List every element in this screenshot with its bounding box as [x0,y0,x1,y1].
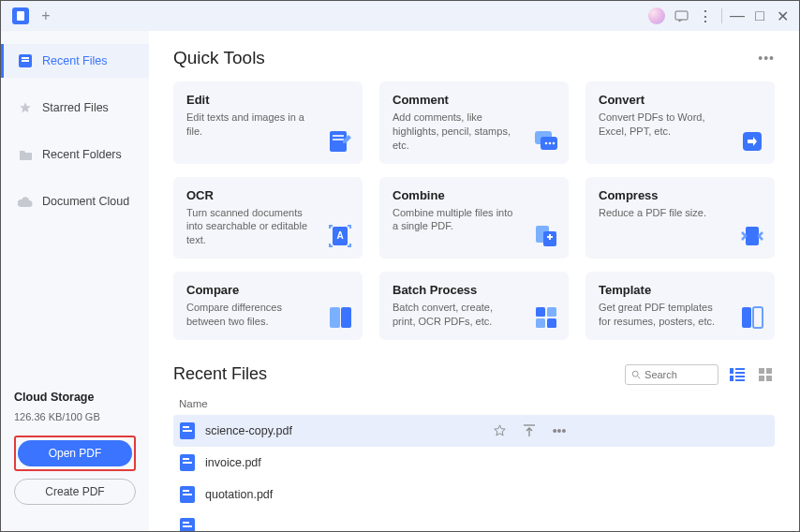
message-icon[interactable] [669,4,693,28]
tool-title: Batch Process [393,283,556,297]
svg-rect-35 [766,368,772,374]
tool-title: Edit [186,93,349,107]
compare-icon [327,304,353,331]
tool-title: Combine [393,188,556,202]
tool-template[interactable]: Template Get great PDF templates for res… [585,272,775,340]
create-pdf-button[interactable]: Create PDF [14,479,136,505]
titlebar: + ⋮ — □ ✕ [1,1,799,31]
svg-rect-2 [22,57,29,59]
tool-desc: Batch convert, create, print, OCR PDFs, … [393,301,514,329]
tool-convert[interactable]: Convert Convert PDFs to Word, Excel, PPT… [585,81,775,164]
pdf-file-icon [179,486,196,503]
tool-desc: Turn scanned documents into searchable o… [186,206,308,248]
file-more-button[interactable]: ••• [552,423,567,438]
search-icon [631,369,641,380]
grid-view-button[interactable] [756,365,775,384]
svg-rect-37 [766,376,772,381]
tool-compare[interactable]: Compare Compare differences between two … [173,272,363,340]
svg-rect-47 [183,494,192,495]
file-name: invoice.pdf [205,456,769,469]
tool-title: Compress [599,188,762,202]
tool-desc: Edit texts and images in a file. [186,111,308,139]
svg-rect-49 [183,522,189,524]
svg-rect-3 [22,60,29,62]
tool-desc: Combine multiple files into a single PDF… [393,206,514,234]
pdf-file-icon [179,454,196,471]
sidebar-item-recent-files[interactable]: Recent Files [1,44,149,78]
more-icon[interactable]: ⋮ [693,4,718,28]
file-row[interactable] [173,510,775,531]
svg-point-11 [553,141,556,144]
tools-grid: Edit Edit texts and images in a file. Co… [173,81,775,340]
app-logo-icon [12,7,29,24]
ocr-icon: A [327,223,353,249]
divider [721,8,722,23]
svg-rect-39 [183,426,189,428]
cloud-storage-title: Cloud Storage [14,391,136,404]
tool-edit[interactable]: Edit Edit texts and images in a file. [173,81,363,164]
maximize-button[interactable]: □ [748,5,771,27]
open-pdf-button[interactable]: Open PDF [18,440,132,466]
star-file-button[interactable] [492,423,507,438]
sidebar-item-label: Recent Folders [42,148,122,161]
tool-compress[interactable]: Compress Reduce a PDF file size. [585,177,775,259]
compress-icon [739,223,765,249]
quick-tools-title: Quick Tools [173,48,265,68]
list-view-button[interactable] [728,365,747,384]
sidebar-item-recent-folders[interactable]: Recent Folders [1,138,149,171]
svg-text:A: A [336,230,343,241]
svg-rect-6 [333,139,344,140]
tool-desc: Get great PDF templates for resumes, pos… [599,301,720,329]
batch-icon [533,304,559,331]
close-button[interactable]: ✕ [771,5,793,27]
svg-rect-30 [735,372,745,374]
svg-rect-23 [547,318,556,328]
sidebar-item-document-cloud[interactable]: Document Cloud [1,185,149,218]
minimize-button[interactable]: — [726,5,748,27]
sidebar-item-starred-files[interactable]: Starred Files [1,91,149,125]
quick-tools-more-icon[interactable]: ••• [758,51,775,66]
svg-point-9 [545,141,548,144]
pdf-file-icon [179,518,196,531]
svg-rect-21 [547,307,556,317]
file-list-name-header: Name [173,394,775,415]
svg-rect-44 [183,462,192,464]
svg-rect-28 [730,368,733,374]
svg-rect-5 [333,135,344,137]
tool-ocr[interactable]: OCR Turn scanned documents into searchab… [173,177,363,259]
tool-desc: Add comments, like highlights, pencil, s… [393,111,514,153]
file-row[interactable]: quotation.pdf [173,479,775,510]
tool-title: OCR [186,188,349,202]
new-tab-button[interactable]: + [38,8,53,23]
svg-rect-17 [746,227,759,245]
tool-batch-process[interactable]: Batch Process Batch convert, create, pri… [379,272,569,340]
folder-icon [18,147,33,162]
pdf-file-icon [179,422,196,439]
avatar[interactable] [644,4,669,28]
annotation-highlight: Open PDF [14,436,136,471]
file-name: science-copy.pdf [205,424,482,437]
svg-rect-25 [753,307,763,328]
svg-rect-50 [183,525,192,527]
svg-rect-48 [180,518,195,531]
tool-title: Template [599,283,762,297]
recent-files-title: Recent Files [173,364,267,384]
svg-rect-40 [183,430,192,432]
svg-rect-0 [675,11,688,20]
tool-comment[interactable]: Comment Add comments, like highlights, p… [379,81,569,164]
file-row[interactable]: invoice.pdf [173,447,775,479]
file-row[interactable]: science-copy.pdf ••• [173,415,775,447]
svg-rect-46 [183,490,189,492]
search-box[interactable] [625,364,719,385]
upload-file-button[interactable] [522,423,537,438]
tool-combine[interactable]: Combine Combine multiple files into a si… [379,177,569,259]
svg-rect-24 [742,307,751,328]
search-input[interactable] [644,369,712,380]
star-icon [18,100,33,115]
svg-rect-36 [759,376,764,381]
svg-rect-43 [183,458,189,460]
tool-title: Compare [186,283,349,297]
comment-icon [533,128,559,155]
tool-desc: Reduce a PDF file size. [599,206,720,220]
convert-icon [739,128,765,155]
